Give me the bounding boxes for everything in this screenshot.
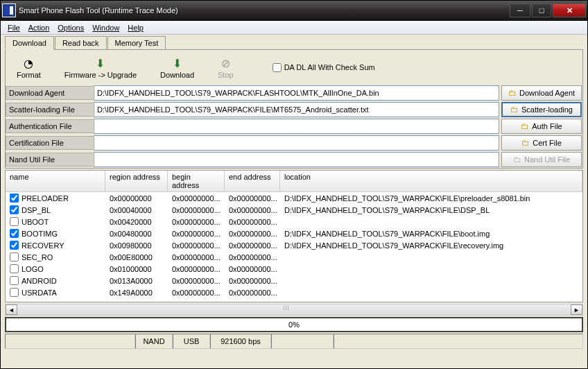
row-checkbox[interactable] <box>10 194 19 203</box>
folder-icon: 🗀 <box>521 121 529 131</box>
auth-label: Authentication File <box>6 119 93 133</box>
menu-help[interactable]: Help <box>123 22 148 33</box>
th-region[interactable]: region address <box>105 171 168 191</box>
row-name: DSP_BL <box>21 206 51 214</box>
nand-label: Nand Util File <box>6 153 93 166</box>
scroll-track[interactable]: ⁞⁞⁞ <box>17 304 571 315</box>
row-checkbox[interactable] <box>10 276 19 285</box>
th-name[interactable]: name <box>6 171 105 191</box>
menu-window[interactable]: Window <box>88 22 123 33</box>
row-location: D:\IDFX_HANDHELD_TOOL\S79_WARPACK\FILE\D… <box>280 206 582 214</box>
app-window: Smart Phone Flash Tool (Runtime Trace Mo… <box>0 0 588 369</box>
agent-label: Download Agent <box>6 86 93 100</box>
table-row[interactable]: PRELOADER0x000000000x00000000...0x000000… <box>6 192 582 204</box>
menu-action[interactable]: Action <box>24 22 54 33</box>
checksum-label: DA DL All With Check Sum <box>284 63 375 71</box>
menubar: File Action Options Window Help <box>1 21 587 35</box>
cert-label: Certification File <box>6 136 93 150</box>
row-checkbox[interactable] <box>10 252 19 261</box>
table-header: name region address begin address end ad… <box>6 171 582 192</box>
row-region: 0x00E80000 <box>105 253 168 261</box>
row-begin: 0x00000000... <box>168 194 225 203</box>
status-usb: USB <box>173 334 210 349</box>
row-begin: 0x00000000... <box>168 253 225 261</box>
status-nand: NAND <box>135 334 173 349</box>
row-begin: 0x00000000... <box>168 277 225 285</box>
th-end[interactable]: end address <box>225 171 280 191</box>
row-region: 0x00040000 <box>105 206 168 214</box>
scroll-right-arrow[interactable]: ► <box>571 304 582 315</box>
row-end: 0x00000000... <box>225 241 280 250</box>
row-location: D:\IDFX_HANDHELD_TOOL\S79_WARPACK\FILE\b… <box>280 230 582 238</box>
tab-readback[interactable]: Read back <box>55 36 107 49</box>
folder-icon: 🗀 <box>508 88 517 98</box>
row-end: 0x00000000... <box>225 277 280 285</box>
minimize-button[interactable]: ─ <box>510 3 530 17</box>
maximize-button[interactable]: □ <box>532 3 551 17</box>
row-name: UBOOT <box>21 218 49 226</box>
tab-memtest[interactable]: Memory Test <box>107 36 166 49</box>
row-region: 0x00000000 <box>105 194 168 203</box>
download-button[interactable]: ⬇ Download <box>155 54 200 80</box>
row-region: 0x00980000 <box>105 241 168 250</box>
menu-file[interactable]: File <box>3 22 24 33</box>
agent-input[interactable] <box>94 85 499 101</box>
row-region: 0x01000000 <box>105 265 168 273</box>
close-button[interactable]: ✕ <box>553 3 586 17</box>
scatter-button[interactable]: 🗀Scatter-loading <box>501 102 582 117</box>
window-title: Smart Phone Flash Tool (Runtime Trace Mo… <box>19 6 510 15</box>
row-region: 0x00420000 <box>105 218 168 226</box>
table-row[interactable]: BOOTIMG0x004800000x00000000...0x00000000… <box>6 228 582 239</box>
row-end: 0x00000000... <box>225 206 280 214</box>
format-icon: ◔ <box>21 55 36 71</box>
scatter-label: Scatter-loading File <box>6 103 93 117</box>
row-begin: 0x00000000... <box>168 241 225 250</box>
table-row[interactable]: RECOVERY0x009800000x00000000...0x0000000… <box>6 239 582 251</box>
stop-button[interactable]: ⊘ Stop <box>212 54 239 80</box>
auth-input[interactable] <box>94 119 499 134</box>
upgrade-button[interactable]: ⬇ Firmware -> Upgrade <box>59 54 142 80</box>
row-checkbox[interactable] <box>10 288 19 297</box>
th-begin[interactable]: begin address <box>168 171 225 191</box>
checksum-checkbox[interactable] <box>273 63 282 72</box>
table-row[interactable]: ANDROID0x013A00000x00000000...0x00000000… <box>6 275 582 286</box>
row-begin: 0x00000000... <box>168 206 225 214</box>
tab-download[interactable]: Download <box>5 36 54 50</box>
horizontal-scrollbar[interactable]: ◄ ⁞⁞⁞ ► <box>5 304 583 316</box>
agent-button[interactable]: 🗀Download Agent <box>501 85 582 101</box>
row-begin: 0x00000000... <box>168 230 225 238</box>
upgrade-icon: ⬇ <box>93 55 108 71</box>
format-button[interactable]: ◔ Format <box>11 54 46 80</box>
format-label: Format <box>17 71 41 79</box>
titlebar[interactable]: Smart Phone Flash Tool (Runtime Trace Mo… <box>1 1 587 21</box>
app-icon <box>2 3 16 17</box>
row-checkbox[interactable] <box>10 217 19 226</box>
stop-icon: ⊘ <box>218 55 233 71</box>
table-row[interactable]: USRDATA0x149A00000x00000000...0x00000000… <box>6 286 582 298</box>
table-row[interactable]: SEC_RO0x00E800000x00000000...0x00000000.… <box>6 251 582 263</box>
row-checkbox[interactable] <box>10 241 19 250</box>
table-row[interactable]: LOGO0x010000000x00000000...0x00000000... <box>6 263 582 275</box>
table-row[interactable]: DSP_BL0x000400000x00000000...0x00000000.… <box>6 204 582 216</box>
scroll-left-arrow[interactable]: ◄ <box>6 304 17 315</box>
status-cell-6 <box>334 334 583 349</box>
row-checkbox[interactable] <box>10 205 19 214</box>
checksum-checkbox-row: DA DL All With Check Sum <box>273 63 375 72</box>
auth-button[interactable]: 🗀Auth File <box>501 119 582 134</box>
cert-input[interactable] <box>94 135 499 151</box>
th-location[interactable]: location <box>280 171 582 191</box>
row-checkbox[interactable] <box>10 264 19 273</box>
table-row[interactable]: UBOOT0x004200000x00000000...0x00000000..… <box>6 216 582 228</box>
cert-button[interactable]: 🗀Cert File <box>501 135 582 151</box>
partition-table: name region address begin address end ad… <box>5 170 583 302</box>
row-name: ANDROID <box>21 277 57 285</box>
row-checkbox[interactable] <box>10 229 19 238</box>
scatter-input[interactable] <box>94 102 499 117</box>
nand-input[interactable] <box>94 152 499 167</box>
tab-content: ◔ Format ⬇ Firmware -> Upgrade ⬇ Downloa… <box>5 49 583 169</box>
toolbar: ◔ Format ⬇ Firmware -> Upgrade ⬇ Downloa… <box>6 50 582 85</box>
row-region: 0x00480000 <box>105 230 168 238</box>
progress-bar: 0% <box>5 317 583 332</box>
menu-options[interactable]: Options <box>53 22 88 33</box>
status-cell-5 <box>271 334 334 349</box>
